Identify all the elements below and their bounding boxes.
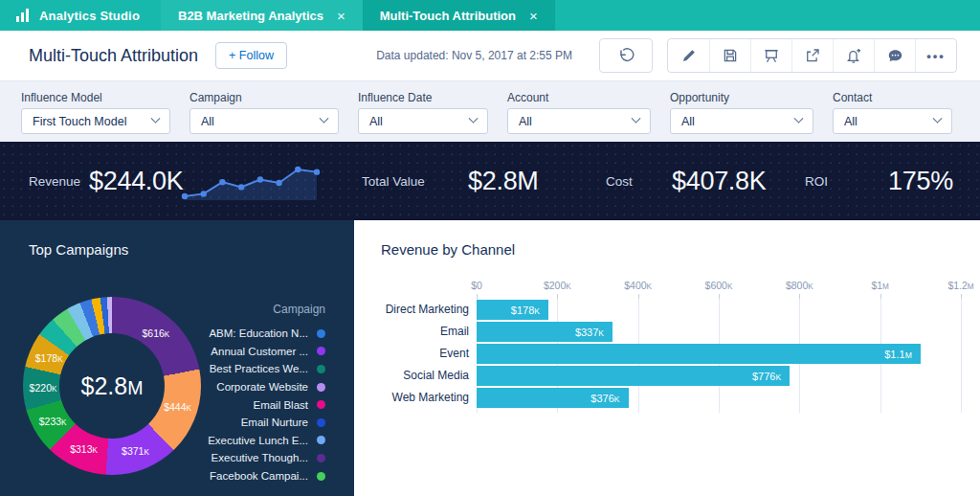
legend-dot bbox=[317, 418, 325, 427]
bar-event[interactable]: $1.1M bbox=[477, 344, 921, 364]
dashboard-header: Multi-Touch Attribution + Follow Data up… bbox=[0, 31, 980, 81]
donut-slice-label: $313K bbox=[70, 443, 98, 455]
legend-dot bbox=[317, 472, 325, 481]
page-title: Multi-Touch Attribution bbox=[29, 46, 198, 66]
bar-web-marketing[interactable]: $376K bbox=[477, 388, 629, 408]
bar-value-label: $776K bbox=[752, 371, 790, 382]
filter-dropdown-influence-model[interactable]: First Touch Model bbox=[21, 108, 170, 134]
app-title: Analytics Studio bbox=[39, 9, 140, 23]
legend-item-facebook-campai[interactable]: Facebook Campai... bbox=[191, 467, 325, 485]
filter-influence-model: Influence ModelFirst Touch Model bbox=[21, 91, 170, 142]
app-bar: Analytics Studio B2B Marketing Analytics… bbox=[0, 0, 980, 31]
category-label-event: Event bbox=[354, 343, 469, 365]
donut-center-total: $2.8M bbox=[81, 372, 144, 400]
chevron-down-icon bbox=[320, 114, 329, 124]
top-campaigns-title: Top Campaigns bbox=[29, 241, 128, 258]
filter-dropdown-influence-date[interactable]: All bbox=[358, 108, 488, 134]
x-tick-label: $400K bbox=[624, 280, 652, 291]
revenue-kpi-value: $244.0K bbox=[89, 167, 184, 196]
donut-slice-label: $444K bbox=[164, 401, 191, 413]
filter-dropdown-campaign[interactable]: All bbox=[189, 108, 339, 134]
save-icon bbox=[722, 47, 739, 64]
filter-label: Influence Date bbox=[358, 91, 488, 104]
save-button[interactable] bbox=[709, 39, 750, 72]
legend-item-annual-customer[interactable]: Annual Customer ... bbox=[191, 343, 325, 361]
filter-label: Campaign bbox=[189, 91, 339, 104]
undo-group bbox=[599, 38, 653, 73]
edit-button[interactable] bbox=[668, 39, 709, 72]
subscribe-button[interactable] bbox=[833, 39, 874, 72]
bar-value-label: $178K bbox=[511, 304, 548, 316]
chevron-down-icon bbox=[632, 114, 641, 124]
filter-dropdown-account[interactable]: All bbox=[507, 108, 651, 134]
gridline bbox=[961, 299, 962, 413]
undo-button[interactable] bbox=[600, 39, 652, 72]
donut-slice-label: $616K bbox=[142, 327, 169, 339]
chevron-down-icon bbox=[933, 114, 943, 124]
category-label-web-marketing: Web Marketing bbox=[354, 387, 469, 409]
legend-item-corporate-website[interactable]: Corporate Website bbox=[191, 378, 325, 396]
filter-contact: ContactAll bbox=[833, 91, 952, 142]
kpi-bar: Revenue $244.0K Total Value $2.8M Cost $… bbox=[0, 142, 980, 220]
category-label-direct-marketing: Direct Marketing bbox=[354, 299, 469, 321]
bar-email[interactable]: $337K bbox=[477, 322, 612, 342]
legend-dot bbox=[317, 454, 325, 462]
legend-item-email-blast[interactable]: Email Blast bbox=[191, 395, 325, 414]
x-tick-label: $600K bbox=[705, 280, 733, 291]
legend-dot bbox=[317, 383, 325, 392]
more-ellipsis-icon: ••• bbox=[926, 49, 946, 63]
filter-dropdown-contact[interactable]: All bbox=[833, 108, 952, 134]
x-tick-label: $200K bbox=[544, 280, 571, 291]
filter-campaign: CampaignAll bbox=[189, 91, 339, 142]
total-value-kpi-value: $2.8M bbox=[468, 167, 539, 196]
bar-value-label: $1.1M bbox=[884, 349, 921, 360]
revenue-kpi-label: Revenue bbox=[29, 174, 80, 189]
edit-pencil-icon bbox=[680, 47, 698, 64]
revenue-by-channel-title: Revenue by Channel bbox=[381, 241, 515, 258]
tab-multi-touch-attribution[interactable]: Multi-Touch Attribution× bbox=[363, 0, 555, 31]
revenue-by-channel-panel: Revenue by Channel $0$200K$400K$600K$800… bbox=[354, 220, 980, 496]
legend-title: Campaign bbox=[191, 303, 325, 316]
filter-influence-date: Influence DateAll bbox=[358, 91, 488, 142]
legend-item-email-nurture[interactable]: Email Nurture bbox=[191, 414, 325, 432]
bar-chart-logo-icon bbox=[15, 9, 31, 22]
legend-item-abm-education-n[interactable]: ABM: Education N... bbox=[191, 325, 325, 343]
filter-label: Opportunity bbox=[670, 91, 813, 104]
comments-button[interactable] bbox=[874, 39, 915, 72]
more-button[interactable]: ••• bbox=[915, 39, 956, 72]
tab-close-icon[interactable]: × bbox=[529, 8, 538, 24]
bar-social-media[interactable]: $776K bbox=[477, 366, 790, 386]
analytics-studio-home[interactable]: Analytics Studio bbox=[0, 0, 161, 31]
category-labels: Direct MarketingEmailEventSocial MediaWe… bbox=[354, 299, 469, 409]
share-button[interactable] bbox=[791, 39, 833, 72]
donut-slice-label: $233K bbox=[39, 416, 67, 427]
follow-button[interactable]: + Follow bbox=[215, 42, 287, 69]
legend-item-executive-lunch-e[interactable]: Executive Lunch E... bbox=[191, 432, 325, 450]
notification-add-icon bbox=[845, 47, 862, 64]
top-campaigns-panel: Top Campaigns $2.8M $616K$444K$371K$313K… bbox=[0, 220, 354, 496]
donut-slice-label: $371K bbox=[122, 445, 149, 457]
legend-item-executive-though[interactable]: Executive Though... bbox=[191, 449, 325, 467]
legend-item-best-practices-we[interactable]: Best Practices We... bbox=[191, 360, 325, 378]
tab-close-icon[interactable]: × bbox=[337, 8, 345, 24]
filter-account: AccountAll bbox=[507, 91, 651, 142]
share-icon bbox=[804, 47, 821, 64]
x-tick-label: $1.2M bbox=[947, 280, 973, 291]
filter-dropdown-opportunity[interactable]: All bbox=[670, 108, 813, 134]
legend-dot bbox=[317, 347, 325, 355]
present-button[interactable] bbox=[750, 39, 791, 72]
chevron-down-icon bbox=[469, 114, 479, 124]
x-tick-label: $800K bbox=[786, 280, 813, 291]
chevron-down-icon bbox=[151, 114, 161, 124]
tab-b2b-marketing-analytics[interactable]: B2B Marketing Analytics× bbox=[161, 0, 363, 31]
x-axis-ticks: $0$200K$400K$600K$800K$1M$1.2M bbox=[477, 280, 961, 299]
x-tick-label: $1M bbox=[871, 280, 889, 291]
bar-plot-area: $178K$337K$1.1M$776K$376K bbox=[477, 299, 961, 413]
cost-kpi-value: $407.8K bbox=[672, 167, 767, 196]
total-value-kpi-label: Total Value bbox=[362, 174, 425, 189]
dashboard-body: Top Campaigns $2.8M $616K$444K$371K$313K… bbox=[0, 220, 980, 496]
bar-direct-marketing[interactable]: $178K bbox=[477, 300, 548, 320]
category-label-email: Email bbox=[354, 321, 469, 343]
campaign-donut-chart[interactable]: $2.8M $616K$444K$371K$313K$233K$220K$178… bbox=[23, 297, 201, 475]
roi-kpi-label: ROI bbox=[805, 174, 828, 189]
